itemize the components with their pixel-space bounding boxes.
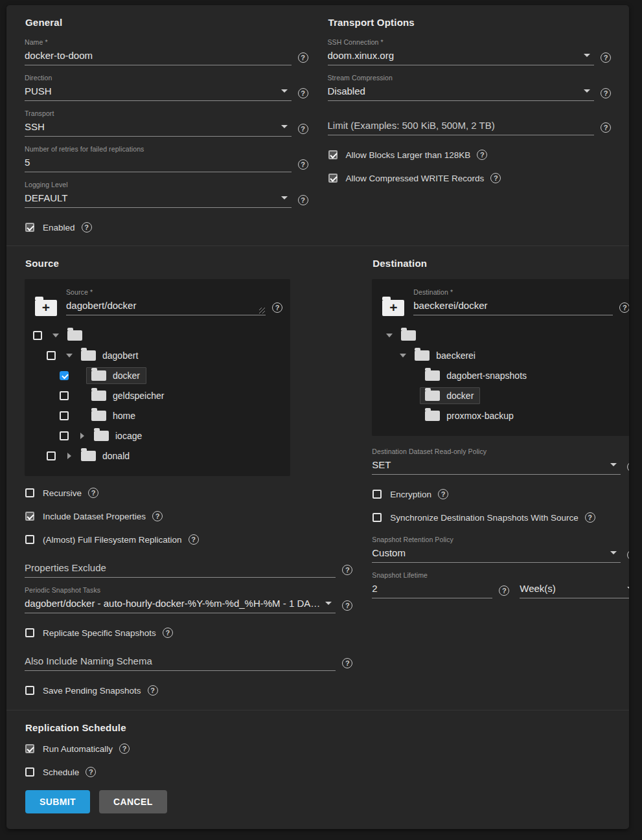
tree-checkbox[interactable] [60, 391, 69, 400]
also-include-naming-schema-input[interactable]: Also Include Naming Schema [25, 653, 336, 671]
help-icon[interactable] [148, 685, 158, 696]
tree-checkbox[interactable] [60, 411, 69, 420]
folder-icon [425, 370, 440, 381]
readonly-policy-select[interactable]: SET [372, 457, 621, 475]
chevron-down-icon [281, 89, 288, 93]
enabled-checkbox[interactable] [25, 223, 34, 232]
help-icon[interactable] [272, 302, 282, 313]
tree-item-dagobert[interactable]: dagobert [31, 345, 282, 365]
chevron-right-icon[interactable] [67, 453, 71, 459]
chevron-right-icon[interactable] [80, 433, 84, 439]
help-icon[interactable] [627, 550, 629, 560]
retries-input[interactable]: 5 [25, 155, 292, 172]
help-icon[interactable] [298, 159, 308, 170]
help-icon[interactable] [298, 52, 308, 63]
replicate-specific-snapshots-label: Replicate Specific Snapshots [43, 628, 156, 638]
help-icon[interactable] [298, 195, 308, 205]
name-input[interactable]: docker-to-doom [25, 48, 292, 65]
help-icon[interactable] [82, 222, 92, 233]
limit-input[interactable]: Limit (Examples: 500 KiB, 500M, 2 TB) [328, 118, 595, 135]
tree-item-docker[interactable]: docker [31, 365, 282, 385]
tree-item-baeckerei[interactable]: baeckerei [378, 345, 629, 365]
limit-field-group: Limit (Examples: 500 KiB, 500M, 2 TB) [328, 118, 612, 135]
replicate-specific-snapshots-checkbox[interactable] [25, 628, 34, 637]
tree-checkbox[interactable] [60, 431, 69, 440]
help-icon[interactable] [298, 124, 308, 134]
help-icon[interactable] [499, 585, 509, 596]
include-dataset-properties-checkbox[interactable] [25, 512, 34, 521]
tree-item-proxmox-backup[interactable]: proxmox-backup [378, 405, 629, 426]
tree-checkbox[interactable] [33, 331, 42, 340]
tree-checkbox[interactable] [47, 451, 56, 460]
help-icon[interactable] [163, 628, 173, 638]
include-dataset-properties-checkbox-row: Include Dataset Properties [25, 511, 352, 521]
run-automatically-checkbox[interactable] [25, 744, 34, 753]
include-dataset-properties-label: Include Dataset Properties [43, 512, 146, 521]
sync-destination-snapshots-checkbox[interactable] [373, 513, 382, 522]
snapshot-lifetime-unit-select[interactable]: Week(s) [520, 581, 629, 598]
help-icon[interactable] [477, 150, 487, 160]
chevron-down-icon[interactable] [52, 334, 59, 337]
submit-button[interactable]: SUBMIT [25, 790, 90, 813]
transport-select[interactable]: SSH [25, 119, 292, 137]
help-icon[interactable] [619, 302, 629, 313]
chevron-down-icon[interactable] [66, 354, 73, 358]
save-pending-snapshots-checkbox[interactable] [25, 686, 34, 695]
ssh-connection-select[interactable]: doom.xinux.org [328, 48, 595, 65]
cancel-button[interactable]: CANCEL [99, 790, 167, 813]
help-icon[interactable] [627, 462, 629, 472]
help-icon[interactable] [88, 488, 98, 498]
source-dataset-input[interactable]: dagobert/docker [66, 298, 266, 315]
logging-level-select[interactable]: DEFAULT [25, 190, 292, 208]
stream-compression-select[interactable]: Disabled [328, 84, 595, 101]
help-icon[interactable] [585, 512, 595, 523]
schedule-checkbox-row: Schedule [25, 767, 611, 777]
tree-item-iocage[interactable]: iocage [31, 426, 282, 446]
tree-item-docker[interactable]: docker [378, 385, 629, 405]
periodic-snapshot-tasks-select[interactable]: dagobert/docker - auto-hourly-docker-%Y-… [25, 596, 336, 613]
add-dataset-icon[interactable] [382, 300, 404, 316]
folder-icon [425, 411, 440, 421]
snapshot-lifetime-input[interactable]: 2 [372, 581, 492, 598]
destination-dataset-input[interactable]: baeckerei/docker [413, 298, 613, 315]
tree-item-dagobert-snapshots[interactable]: dagobert-snapshots [378, 365, 629, 385]
tree-checkbox[interactable] [60, 371, 69, 380]
tree-item-home[interactable]: home [31, 405, 282, 426]
also-include-naming-schema-field-group: Also Include Naming Schema [25, 653, 352, 671]
chevron-down-icon[interactable] [386, 334, 393, 337]
resize-handle[interactable] [259, 308, 265, 313]
help-icon[interactable] [601, 52, 611, 63]
tree-item-root[interactable] [378, 325, 629, 345]
help-icon[interactable] [342, 600, 352, 611]
add-dataset-icon[interactable] [35, 300, 57, 316]
help-icon[interactable] [189, 534, 199, 545]
help-icon[interactable] [342, 658, 352, 668]
snapshot-retention-policy-select[interactable]: Custom [372, 545, 621, 563]
help-icon[interactable] [601, 88, 611, 98]
section-replication-schedule: Replication Schedule Run Automatically S… [6, 710, 629, 829]
allow-blocks-checkbox[interactable] [328, 150, 338, 159]
direction-select[interactable]: PUSH [25, 84, 292, 101]
tree-item-donald[interactable]: donald [31, 446, 282, 466]
allow-compressed-checkbox[interactable] [328, 174, 338, 183]
help-icon[interactable] [86, 767, 96, 777]
readonly-policy-field-group: Destination Dataset Read-only Policy SET [372, 448, 629, 475]
tree-item-root[interactable] [31, 325, 282, 345]
recursive-checkbox[interactable] [25, 488, 34, 497]
help-icon[interactable] [490, 173, 501, 183]
schedule-checkbox[interactable] [25, 767, 34, 777]
help-icon[interactable] [601, 122, 611, 133]
allow-compressed-label: Allow Compressed WRITE Records [346, 174, 485, 183]
help-icon[interactable] [152, 511, 163, 521]
help-icon[interactable] [119, 744, 130, 754]
destination-dataset-panel: Destination * baeckerei/docker [372, 279, 629, 436]
chevron-down-icon[interactable] [400, 354, 406, 358]
full-filesystem-replication-checkbox[interactable] [25, 535, 34, 544]
encryption-checkbox[interactable] [373, 490, 382, 499]
properties-exclude-input[interactable]: Properties Exclude [25, 560, 336, 578]
help-icon[interactable] [438, 489, 448, 499]
help-icon[interactable] [298, 88, 308, 98]
tree-checkbox[interactable] [47, 351, 56, 360]
tree-item-geldspeicher[interactable]: geldspeicher [31, 385, 282, 405]
help-icon[interactable] [342, 565, 352, 575]
